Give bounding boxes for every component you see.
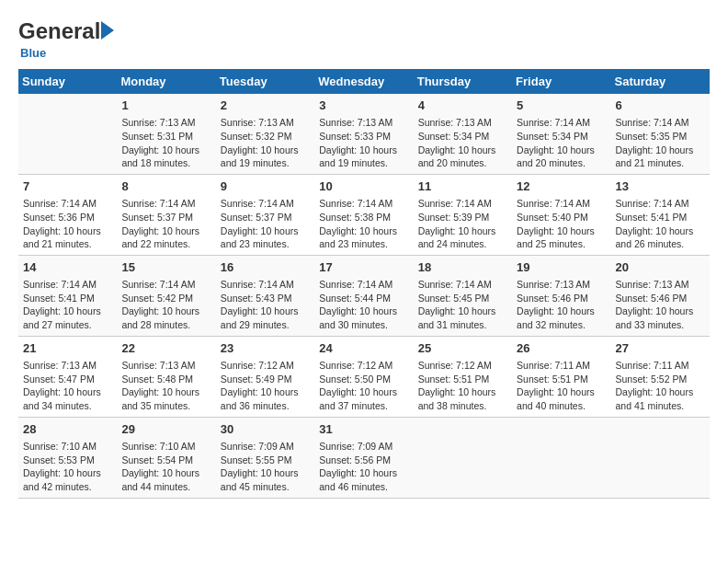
day-info-line: Sunrise: 7:14 AM xyxy=(121,278,210,292)
day-number: 6 xyxy=(616,98,705,114)
day-number: 12 xyxy=(517,178,606,195)
day-info-line: and 19 minutes. xyxy=(221,156,310,170)
calendar-cell: 4Sunrise: 7:13 AMSunset: 5:34 PMDaylight… xyxy=(414,94,512,174)
calendar-week-row: 1Sunrise: 7:13 AMSunset: 5:31 PMDaylight… xyxy=(18,94,710,174)
day-info-line: Sunset: 5:38 PM xyxy=(319,211,408,224)
day-info-line: Sunset: 5:41 PM xyxy=(23,292,112,305)
day-info-line: Sunset: 5:41 PM xyxy=(616,211,705,224)
calendar-cell: 6Sunrise: 7:14 AMSunset: 5:35 PMDaylight… xyxy=(611,94,710,174)
day-info-line: Sunrise: 7:12 AM xyxy=(221,359,310,373)
day-number: 10 xyxy=(319,178,408,195)
calendar-cell: 13Sunrise: 7:14 AMSunset: 5:41 PMDayligh… xyxy=(611,174,710,255)
day-info-line: Sunrise: 7:13 AM xyxy=(418,116,507,130)
day-info-line: Sunrise: 7:14 AM xyxy=(616,116,705,130)
day-info-line: Daylight: 10 hours xyxy=(121,224,210,238)
day-info-line: Sunset: 5:37 PM xyxy=(221,211,310,224)
day-info-line: Sunrise: 7:13 AM xyxy=(221,116,310,130)
day-info-line: Daylight: 10 hours xyxy=(418,385,507,399)
day-number: 25 xyxy=(418,340,507,357)
day-info-line: Daylight: 10 hours xyxy=(221,385,310,399)
day-number: 22 xyxy=(121,340,210,357)
day-number: 16 xyxy=(221,259,310,276)
day-info-line: Daylight: 10 hours xyxy=(121,304,210,318)
calendar-cell: 19Sunrise: 7:13 AMSunset: 5:46 PMDayligh… xyxy=(512,255,610,336)
day-info-line: Sunset: 5:43 PM xyxy=(221,292,310,305)
day-info-line: Daylight: 10 hours xyxy=(319,385,408,399)
day-info-line: Sunrise: 7:14 AM xyxy=(319,197,408,211)
day-number: 13 xyxy=(616,178,705,195)
day-number: 5 xyxy=(517,98,606,114)
day-number: 11 xyxy=(418,178,507,195)
day-info-line: Daylight: 10 hours xyxy=(221,224,310,238)
calendar-body: 1Sunrise: 7:13 AMSunset: 5:31 PMDaylight… xyxy=(18,94,710,498)
calendar-cell: 14Sunrise: 7:14 AMSunset: 5:41 PMDayligh… xyxy=(18,255,117,336)
day-info-line: Daylight: 10 hours xyxy=(23,224,112,238)
calendar-cell xyxy=(414,417,512,498)
calendar-cell: 23Sunrise: 7:12 AMSunset: 5:49 PMDayligh… xyxy=(216,336,314,417)
day-number: 4 xyxy=(418,98,507,114)
day-info-line: and 20 minutes. xyxy=(517,156,606,170)
day-info-line: and 22 minutes. xyxy=(121,237,210,251)
day-info-line: Sunrise: 7:14 AM xyxy=(517,197,606,211)
day-info-line: Sunset: 5:44 PM xyxy=(319,292,408,305)
day-info-line: Sunrise: 7:09 AM xyxy=(221,440,310,454)
calendar-cell: 24Sunrise: 7:12 AMSunset: 5:50 PMDayligh… xyxy=(314,336,413,417)
calendar-cell: 17Sunrise: 7:14 AMSunset: 5:44 PMDayligh… xyxy=(314,255,413,336)
day-info-line: and 37 minutes. xyxy=(319,399,408,413)
day-info-line: Daylight: 10 hours xyxy=(319,144,408,157)
day-info-line: and 44 minutes. xyxy=(121,480,210,494)
day-info-line: Sunrise: 7:14 AM xyxy=(616,197,705,211)
day-info-line: Daylight: 10 hours xyxy=(418,304,507,318)
day-info-line: Sunrise: 7:14 AM xyxy=(221,278,310,292)
day-info-line: and 30 minutes. xyxy=(319,318,408,332)
calendar-cell xyxy=(611,417,710,498)
day-info-line: Sunset: 5:53 PM xyxy=(23,454,112,467)
day-info-line: Daylight: 10 hours xyxy=(616,385,705,399)
calendar-cell: 26Sunrise: 7:11 AMSunset: 5:51 PMDayligh… xyxy=(512,336,610,417)
logo-blue-text: Blue xyxy=(20,46,114,60)
day-info-line: Sunset: 5:46 PM xyxy=(616,292,705,305)
day-info-line: Sunrise: 7:10 AM xyxy=(121,440,210,454)
day-info-line: Sunrise: 7:13 AM xyxy=(616,278,705,292)
day-info-line: Sunrise: 7:11 AM xyxy=(616,359,705,373)
day-info-line: and 38 minutes. xyxy=(418,399,507,413)
day-info-line: Sunset: 5:40 PM xyxy=(517,211,606,224)
calendar-week-row: 28Sunrise: 7:10 AMSunset: 5:53 PMDayligh… xyxy=(18,417,710,498)
day-info-line: Sunrise: 7:12 AM xyxy=(319,359,408,373)
day-number: 27 xyxy=(616,340,705,357)
day-info-line: and 29 minutes. xyxy=(221,318,310,332)
day-info-line: Sunrise: 7:12 AM xyxy=(418,359,507,373)
day-info-line: Sunset: 5:51 PM xyxy=(418,373,507,386)
page-header: General Blue xyxy=(18,18,710,60)
day-info-line: Sunset: 5:56 PM xyxy=(319,454,408,467)
day-info-line: and 42 minutes. xyxy=(23,480,112,494)
day-info-line: Sunset: 5:42 PM xyxy=(121,292,210,305)
day-info-line: Sunrise: 7:14 AM xyxy=(121,197,210,211)
day-number: 21 xyxy=(23,340,112,357)
day-info-line: Sunset: 5:36 PM xyxy=(23,211,112,224)
calendar-cell: 25Sunrise: 7:12 AMSunset: 5:51 PMDayligh… xyxy=(414,336,512,417)
day-number: 2 xyxy=(221,98,310,114)
calendar-cell: 2Sunrise: 7:13 AMSunset: 5:32 PMDaylight… xyxy=(216,94,314,174)
day-info-line: Sunset: 5:51 PM xyxy=(517,373,606,386)
day-info-line: and 31 minutes. xyxy=(418,318,507,332)
day-info-line: Sunset: 5:32 PM xyxy=(221,130,310,144)
logo-arrow-icon xyxy=(101,21,114,40)
calendar-week-row: 14Sunrise: 7:14 AMSunset: 5:41 PMDayligh… xyxy=(18,255,710,336)
day-info-line: and 46 minutes. xyxy=(319,480,408,494)
day-info-line: Sunset: 5:52 PM xyxy=(616,373,705,386)
calendar-cell: 31Sunrise: 7:09 AMSunset: 5:56 PMDayligh… xyxy=(314,417,413,498)
calendar-cell xyxy=(512,417,610,498)
calendar-header-row: SundayMondayTuesdayWednesdayThursdayFrid… xyxy=(18,69,710,94)
calendar-week-row: 7Sunrise: 7:14 AMSunset: 5:36 PMDaylight… xyxy=(18,174,710,255)
day-info-line: Sunset: 5:49 PM xyxy=(221,373,310,386)
day-info-line: Sunset: 5:48 PM xyxy=(121,373,210,386)
calendar-cell: 28Sunrise: 7:10 AMSunset: 5:53 PMDayligh… xyxy=(18,417,117,498)
calendar-cell xyxy=(18,94,117,174)
day-info-line: and 33 minutes. xyxy=(616,318,705,332)
day-info-line: Sunrise: 7:14 AM xyxy=(23,278,112,292)
day-number: 15 xyxy=(121,259,210,276)
calendar-cell: 29Sunrise: 7:10 AMSunset: 5:54 PMDayligh… xyxy=(117,417,215,498)
day-info-line: and 35 minutes. xyxy=(121,399,210,413)
calendar-cell: 7Sunrise: 7:14 AMSunset: 5:36 PMDaylight… xyxy=(18,174,117,255)
